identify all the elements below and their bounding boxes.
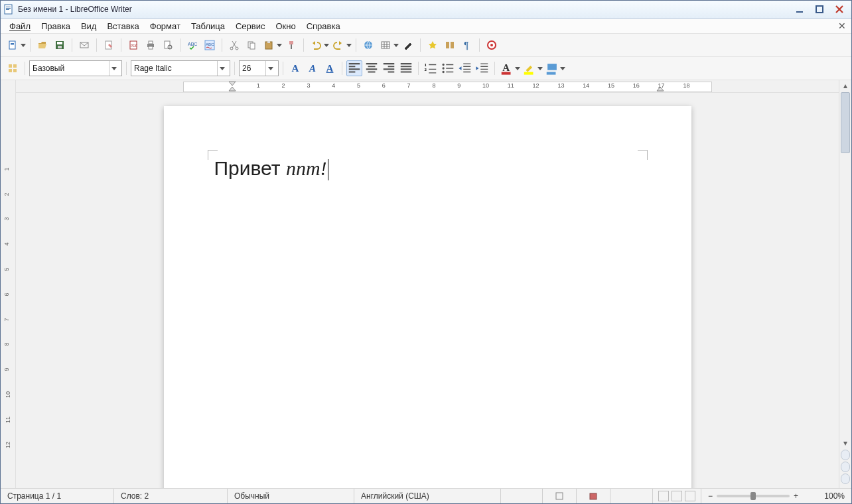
italic-button[interactable]: А [305,60,320,76]
menubar: Файл Правка Вид Вставка Формат Таблица С… [1,19,851,34]
zoom-percent[interactable]: 100% [805,489,851,503]
save-button[interactable] [52,37,68,53]
spellcheck-button[interactable]: ABC [184,37,200,53]
align-justify-button[interactable] [398,60,414,76]
horizontal-ruler[interactable]: 123456789101112131415161718 [16,80,839,93]
status-insert-mode[interactable] [501,489,543,503]
maximize-button[interactable] [810,3,829,16]
font-size-combo[interactable]: 26 [239,60,279,76]
font-color-button[interactable]: A [499,60,515,76]
status-selection-mode[interactable] [543,489,577,503]
scroll-up-arrow[interactable]: ▴ [839,80,851,91]
navigator-button[interactable] [442,37,458,53]
autospell-button[interactable]: ABC [202,37,218,53]
formatting-toolbar: Базовый Rage Italic 26 A А А 12 A [1,57,851,80]
minimize-button[interactable] [790,3,809,16]
underline-button[interactable]: А [322,60,338,76]
text-area[interactable]: Привет ппт! [214,157,641,180]
find-button[interactable] [425,37,441,53]
menu-insert[interactable]: Вставка [102,20,143,32]
export-pdf-button[interactable]: PDF [125,37,141,53]
svg-rect-27 [250,43,255,49]
undo-dropdown[interactable] [324,38,329,52]
zoom-slider[interactable] [717,495,790,497]
vertical-ruler[interactable]: 123456789101112 [1,80,16,488]
new-document-dropdown[interactable] [21,38,26,52]
work-area: 123456789101112 123456789101112131415161… [1,80,851,488]
close-button[interactable] [830,3,849,16]
status-words[interactable]: Слов: 2 [114,489,228,503]
next-page-button[interactable] [841,473,850,484]
scroll-down-arrow[interactable]: ▾ [839,438,851,448]
highlight-dropdown[interactable] [537,61,543,76]
svg-rect-52 [556,493,563,499]
bold-button[interactable]: A [287,60,303,76]
status-signature[interactable] [610,489,652,503]
table-dropdown[interactable] [393,38,399,52]
zoom-slider-handle[interactable] [750,492,756,500]
nonprinting-button[interactable]: ¶ [459,37,475,53]
status-style[interactable]: Обычный [228,489,354,503]
menu-file[interactable]: Файл [5,20,35,32]
print-button[interactable] [143,37,159,53]
document-close-button[interactable]: ✕ [838,21,846,31]
paragraph-style-combo[interactable]: Базовый [29,60,122,76]
menu-edit[interactable]: Правка [36,20,75,32]
menu-window[interactable]: Окно [271,20,300,32]
open-button[interactable] [35,37,50,53]
cut-button[interactable] [226,37,242,53]
prev-page-button[interactable] [841,450,850,460]
increase-indent-button[interactable] [474,60,490,76]
svg-text:¶: ¶ [464,40,469,50]
email-button[interactable] [76,37,92,53]
align-center-button[interactable] [364,60,380,76]
status-modified[interactable] [577,489,610,503]
font-color-dropdown[interactable] [515,61,520,76]
background-color-dropdown[interactable] [560,61,565,76]
align-left-button[interactable] [346,60,362,76]
table-button[interactable] [378,37,393,53]
decrease-indent-button[interactable] [457,60,473,76]
zoom-in-button[interactable]: + [794,491,798,501]
numbered-list-button[interactable]: 12 [423,60,439,76]
help-button[interactable] [484,37,500,53]
redo-button[interactable] [330,37,346,53]
vertical-scrollbar[interactable]: ▴ ▾ [839,80,851,488]
svg-rect-42 [13,69,17,72]
svg-point-25 [236,47,238,50]
edit-file-button[interactable] [101,37,117,53]
nav-button[interactable] [841,462,850,472]
paste-dropdown[interactable] [277,38,282,52]
single-page-view[interactable] [658,491,669,501]
styles-window-button[interactable] [5,60,21,76]
print-preview-button[interactable] [160,37,176,53]
menu-format[interactable]: Формат [145,20,185,32]
paste-button[interactable] [261,37,277,53]
align-right-button[interactable] [381,60,397,76]
copy-button[interactable] [244,37,259,53]
bullet-list-button[interactable] [440,60,456,76]
font-name-combo[interactable]: Rage Italic [131,60,230,76]
format-paintbrush-button[interactable] [283,37,299,53]
menu-view[interactable]: Вид [76,20,102,32]
show-draw-button[interactable] [400,37,416,53]
redo-dropdown[interactable] [346,38,352,52]
undo-button[interactable] [308,37,324,53]
status-page[interactable]: Страница 1 / 1 [1,489,114,503]
status-language[interactable]: Английский (США) [354,489,501,503]
left-indent-marker[interactable] [228,80,236,92]
multi-page-view[interactable] [672,491,682,501]
document-viewport[interactable]: Привет ппт! [16,93,839,488]
menu-help[interactable]: Справка [302,20,345,32]
background-color-button[interactable] [544,60,560,76]
svg-point-47 [442,71,444,73]
hyperlink-button[interactable] [360,37,376,53]
menu-table[interactable]: Таблица [186,20,230,32]
scroll-thumb[interactable] [841,92,850,153]
new-document-button[interactable] [5,37,21,53]
book-view[interactable] [685,491,695,501]
menu-service[interactable]: Сервис [231,20,270,32]
highlight-button[interactable] [522,60,537,76]
zoom-out-button[interactable]: − [708,491,713,501]
svg-rect-7 [11,43,14,44]
